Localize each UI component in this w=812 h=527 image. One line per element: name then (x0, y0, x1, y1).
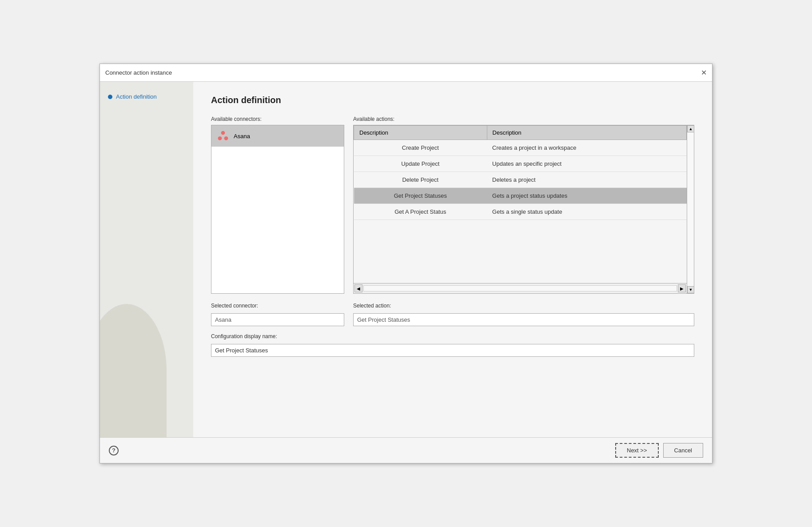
actions-scroll-content: Description Description Create Project C… (354, 125, 687, 293)
table-row[interactable]: Create Project Creates a project in a wo… (354, 140, 687, 156)
selected-connector-group: Selected connector: (211, 303, 344, 326)
connectors-label: Available connectors: (211, 116, 344, 122)
action-description: Creates a project in a workspace (487, 140, 686, 156)
actions-table: Description Description Create Project C… (354, 125, 687, 220)
main-window: Connector action instance ✕ Action defin… (100, 64, 712, 463)
actions-table-inner[interactable]: Description Description Create Project C… (354, 125, 687, 283)
selected-fields-row: Selected connector: Selected action: (211, 303, 694, 326)
window-title: Connector action instance (105, 69, 172, 76)
footer: ? Next >> Cancel (100, 437, 712, 463)
selected-action-group: Selected action: (353, 303, 694, 326)
title-bar: Connector action instance ✕ (100, 64, 712, 82)
horizontal-scrollbar: ◀ ▶ (354, 283, 687, 293)
two-column-section: Available connectors: As (211, 116, 694, 294)
action-name: Delete Project (354, 172, 487, 188)
close-button[interactable]: ✕ (701, 69, 707, 76)
sidebar: Action definition (100, 82, 193, 437)
table-row[interactable]: Get A Project Status Gets a single statu… (354, 204, 687, 220)
sidebar-dot-icon (108, 95, 112, 99)
svg-point-2 (224, 136, 228, 140)
action-description: Gets a single status update (487, 204, 686, 220)
vscroll-track[interactable] (687, 132, 694, 286)
config-display-name-group: Configuration display name: (211, 333, 694, 357)
actions-table-container: Description Description Create Project C… (353, 125, 694, 294)
action-name: Create Project (354, 140, 487, 156)
config-display-name-label: Configuration display name: (211, 333, 694, 339)
table-row-selected[interactable]: Get Project Statuses Gets a project stat… (354, 188, 687, 204)
help-icon[interactable]: ? (109, 446, 119, 455)
col-header-description1: Description (354, 126, 487, 140)
connector-name: Asana (234, 133, 250, 140)
selected-action-input[interactable] (353, 313, 694, 326)
scroll-up-button[interactable]: ▲ (687, 125, 694, 132)
footer-left: ? (109, 446, 119, 455)
svg-point-0 (221, 131, 225, 135)
sidebar-item-label: Action definition (116, 93, 157, 100)
config-display-name-input[interactable] (211, 344, 694, 357)
action-name: Update Project (354, 156, 487, 172)
cancel-button[interactable]: Cancel (663, 443, 703, 458)
svg-point-1 (218, 136, 222, 140)
action-description: Deletes a project (487, 172, 686, 188)
main-content: Action definition Available connectors: (193, 82, 712, 437)
scroll-left-button[interactable]: ◀ (354, 284, 362, 292)
vertical-scrollbar: ▲ ▼ (687, 125, 694, 293)
page-title: Action definition (211, 95, 694, 105)
table-row[interactable]: Update Project Updates an specific proje… (354, 156, 687, 172)
connectors-column: Available connectors: As (211, 116, 344, 294)
sidebar-item-action-definition[interactable]: Action definition (104, 91, 189, 103)
connectors-list[interactable]: Asana (211, 125, 344, 294)
sidebar-decoration (100, 304, 167, 437)
selected-action-label: Selected action: (353, 303, 694, 309)
col-header-description2: Description (487, 126, 686, 140)
help-label: ? (112, 447, 115, 454)
scroll-down-button[interactable]: ▼ (687, 286, 694, 293)
next-button[interactable]: Next >> (615, 443, 659, 458)
connector-item-asana[interactable]: Asana (211, 125, 344, 147)
action-name: Get A Project Status (354, 204, 487, 220)
scroll-right-button[interactable]: ▶ (678, 284, 686, 292)
scroll-track[interactable] (363, 285, 677, 291)
action-description: Updates an specific project (487, 156, 686, 172)
content-area: Action definition Action definition Avai… (100, 82, 712, 437)
action-name: Get Project Statuses (354, 188, 487, 204)
selected-connector-input[interactable] (211, 313, 344, 326)
selected-connector-label: Selected connector: (211, 303, 344, 309)
table-row[interactable]: Delete Project Deletes a project (354, 172, 687, 188)
actions-label: Available actions: (353, 116, 694, 122)
asana-logo-icon (216, 129, 230, 143)
action-description: Gets a project status updates (487, 188, 686, 204)
footer-buttons: Next >> Cancel (615, 443, 703, 458)
actions-column: Available actions: Description Descripti… (353, 116, 694, 294)
